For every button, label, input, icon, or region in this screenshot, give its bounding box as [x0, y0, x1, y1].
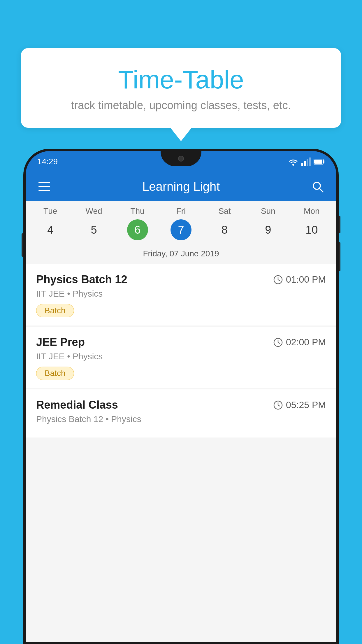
schedule-item-2-time: 02:00 PM: [273, 337, 326, 348]
schedule-item-2[interactable]: JEE Prep 02:00 PM IIT JEE • Physics Batc…: [26, 327, 336, 388]
day-numbers: 4 5 6 7 8 9 10: [26, 219, 336, 246]
svg-rect-3: [307, 159, 308, 166]
svg-rect-9: [38, 186, 50, 187]
calendar-strip[interactable]: Tue Wed Thu Fri Sat Sun Mon 4 5 6 7 8 9 …: [26, 201, 336, 264]
svg-point-0: [292, 164, 294, 166]
schedule-item-1-time: 01:00 PM: [273, 274, 326, 285]
status-icons: [288, 158, 325, 166]
signal-icon: [301, 158, 311, 166]
day-header-thu: Thu: [116, 206, 159, 219]
day-header-tue: Tue: [29, 206, 72, 219]
svg-rect-4: [309, 158, 311, 166]
day-header-sat: Sat: [203, 206, 246, 219]
schedule-list: Physics Batch 12 01:00 PM IIT JEE • Phys…: [26, 264, 336, 439]
app-bar-title: Learning Light: [61, 180, 301, 194]
svg-rect-8: [38, 182, 50, 183]
day-header-mon: Mon: [290, 206, 333, 219]
svg-line-15: [278, 280, 280, 281]
schedule-item-2-header: JEE Prep 02:00 PM: [36, 336, 326, 349]
clock-icon-3: [273, 400, 283, 410]
svg-line-12: [319, 188, 323, 192]
schedule-item-1-badge: Batch: [36, 304, 74, 317]
svg-rect-10: [38, 190, 50, 191]
schedule-item-2-badge: Batch: [36, 367, 74, 380]
camera: [178, 156, 184, 162]
day-10[interactable]: 10: [301, 219, 322, 240]
svg-rect-2: [304, 161, 306, 166]
bubble-title: Time-Table: [38, 66, 324, 94]
day-header-fri: Fri: [159, 206, 203, 219]
wifi-icon: [288, 158, 298, 166]
svg-rect-7: [314, 160, 322, 164]
status-time: 14:29: [37, 157, 58, 166]
clock-icon-1: [273, 275, 283, 285]
bubble-subtitle: track timetable, upcoming classes, tests…: [38, 99, 324, 112]
schedule-item-3-subtitle: Physics Batch 12 • Physics: [36, 414, 326, 424]
search-button[interactable]: [310, 178, 326, 195]
schedule-item-3-time: 05:25 PM: [273, 400, 326, 410]
svg-rect-1: [301, 163, 303, 166]
schedule-item-1-time-text: 01:00 PM: [286, 274, 326, 285]
schedule-item-3[interactable]: Remedial Class 05:25 PM Physics Batch 12…: [26, 389, 336, 438]
day-header-wed: Wed: [72, 206, 115, 219]
app-bar: Learning Light: [26, 172, 336, 201]
svg-rect-6: [323, 160, 324, 163]
selected-date-label: Friday, 07 June 2019: [26, 246, 336, 264]
day-8[interactable]: 8: [214, 219, 235, 240]
schedule-item-2-title: JEE Prep: [36, 336, 85, 349]
schedule-item-1-header: Physics Batch 12 01:00 PM: [36, 273, 326, 286]
schedule-item-3-time-text: 05:25 PM: [286, 400, 326, 410]
day-9[interactable]: 9: [258, 219, 279, 240]
svg-line-21: [278, 405, 280, 406]
phone-frame: 14:29: [23, 149, 339, 644]
svg-line-18: [278, 342, 280, 344]
schedule-item-3-title: Remedial Class: [36, 399, 118, 411]
day-header-sun: Sun: [246, 206, 290, 219]
schedule-item-2-time-text: 02:00 PM: [286, 337, 326, 348]
phone-content: Tue Wed Thu Fri Sat Sun Mon 4 5 6 7 8 9 …: [26, 201, 336, 642]
schedule-item-1[interactable]: Physics Batch 12 01:00 PM IIT JEE • Phys…: [26, 264, 336, 326]
status-bar: 14:29: [26, 151, 336, 172]
schedule-item-1-title: Physics Batch 12: [36, 273, 127, 286]
menu-button[interactable]: [36, 178, 52, 195]
day-6-today[interactable]: 6: [127, 219, 148, 240]
battery-icon: [314, 158, 325, 165]
schedule-item-2-subtitle: IIT JEE • Physics: [36, 351, 326, 361]
day-5[interactable]: 5: [83, 219, 104, 240]
day-7-selected[interactable]: 7: [171, 219, 191, 240]
speech-bubble-card: Time-Table track timetable, upcoming cla…: [21, 48, 341, 128]
schedule-item-1-subtitle: IIT JEE • Physics: [36, 289, 326, 299]
clock-icon-2: [273, 337, 283, 347]
day-headers: Tue Wed Thu Fri Sat Sun Mon: [26, 206, 336, 219]
schedule-item-3-header: Remedial Class 05:25 PM: [36, 399, 326, 411]
day-4[interactable]: 4: [40, 219, 61, 240]
notch: [161, 151, 201, 166]
